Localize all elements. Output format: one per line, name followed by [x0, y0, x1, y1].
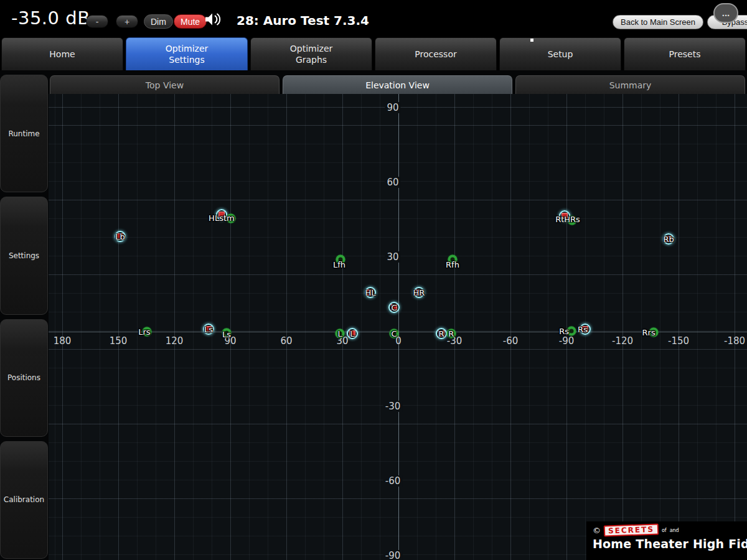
measured-position-icon	[582, 326, 588, 332]
measured-position-icon	[665, 236, 672, 242]
copyright-symbol: ©	[593, 526, 601, 535]
speaker-marker-rfh[interactable]	[448, 255, 458, 264]
speaker-marker-lrs[interactable]	[142, 327, 151, 337]
mute-button[interactable]: Mute	[174, 14, 207, 29]
x-tick-label: 150	[110, 335, 128, 347]
speaker-marker-green[interactable]	[226, 214, 235, 223]
speaker-marker-c[interactable]	[390, 329, 399, 338]
back-to-main-screen-button[interactable]: Back to Main Screen	[613, 15, 703, 29]
volume-up-button[interactable]: +	[116, 15, 138, 28]
tab-processor[interactable]: Processor	[375, 37, 497, 70]
speaker-marker-ls[interactable]	[203, 324, 214, 335]
left-sidebar: Runtime Settings Positions Calibration	[0, 75, 48, 559]
measured-position-icon	[218, 212, 225, 218]
main-tab-bar: Home Optimizer Settings Optimizer Graphs…	[0, 37, 747, 70]
sidebar-item-settings[interactable]: Settings	[0, 197, 48, 314]
speaker-marker-hl[interactable]	[365, 287, 376, 298]
speaker-marker-green[interactable]	[568, 216, 577, 225]
x-tick-label: -180	[724, 335, 745, 347]
tab-top-view[interactable]: Top View	[50, 75, 280, 94]
speaker-marker-r[interactable]	[436, 328, 447, 339]
speaker-marker-hr[interactable]	[413, 287, 425, 298]
x-tick-label: -150	[668, 335, 689, 347]
measured-position-icon	[205, 326, 212, 332]
y-tick-label: -60	[383, 475, 403, 487]
azimuth-zero-axis	[398, 94, 399, 560]
secrets-logo: © SECRETS of and Home Theater High Fidel…	[586, 521, 747, 560]
tab-presets[interactable]: Presets	[624, 37, 746, 70]
y-tick-label: -30	[383, 401, 403, 412]
speaker-marker-lb[interactable]	[115, 231, 126, 242]
preset-title: 28: Auro Test 7.3.4	[237, 13, 369, 28]
speaker-volume-icon	[204, 12, 222, 29]
tab-home[interactable]: Home	[1, 37, 123, 70]
tab-optimizer-graphs[interactable]: Optimizer Graphs	[250, 37, 372, 70]
speaker-marker-rrs[interactable]	[649, 328, 659, 337]
tab-setup[interactable]: Setup	[499, 37, 621, 70]
mouse-cursor	[530, 39, 533, 42]
x-tick-label: 60	[280, 335, 292, 347]
measured-position-icon	[349, 330, 355, 337]
tab-summary[interactable]: Summary	[515, 75, 745, 94]
elevation-plot[interactable]: 1801501209060300-30-60-90-120-150-180906…	[49, 94, 747, 560]
sidebar-item-positions[interactable]: Positions	[0, 319, 48, 437]
y-tick-label: 60	[385, 177, 400, 188]
measured-position-icon	[416, 289, 422, 296]
logo-word-and: and	[670, 528, 679, 533]
tab-elevation-view[interactable]: Elevation View	[283, 75, 512, 94]
speaker-marker-c[interactable]	[388, 302, 400, 313]
speaker-marker-rs[interactable]	[567, 327, 576, 336]
speaker-marker-rb[interactable]	[663, 233, 674, 245]
x-tick-label: 120	[166, 335, 184, 347]
measured-position-icon	[561, 213, 568, 219]
tab-optimizer-settings[interactable]: Optimizer Settings	[126, 37, 248, 70]
x-tick-label: 180	[54, 335, 72, 347]
dim-button[interactable]: Dim	[144, 14, 173, 29]
measured-position-icon	[367, 289, 374, 296]
logo-title: Home Theater High Fidelity®	[593, 537, 742, 551]
measured-position-icon	[438, 330, 444, 337]
x-tick-label: -90	[559, 335, 575, 347]
measured-position-icon	[117, 233, 123, 240]
x-tick-label: -60	[503, 335, 519, 347]
y-tick-label: 90	[385, 102, 400, 113]
speaker-marker-lfh[interactable]	[336, 255, 345, 264]
secrets-stamp: SECRETS	[604, 523, 659, 536]
y-tick-label: -90	[383, 550, 403, 560]
more-options-button[interactable]: ...	[713, 3, 738, 23]
speaker-marker-l[interactable]	[347, 328, 358, 339]
y-tick-label: 30	[385, 251, 400, 263]
speaker-marker-rs[interactable]	[580, 324, 591, 335]
speaker-marker-hlstm[interactable]	[216, 209, 227, 220]
sidebar-item-runtime[interactable]: Runtime	[0, 75, 48, 192]
speaker-marker-ls[interactable]	[222, 329, 232, 338]
measured-position-icon	[391, 304, 397, 310]
x-tick-label: -120	[612, 335, 633, 347]
view-tab-bar: Top View Elevation View Summary	[50, 75, 745, 94]
volume-readout: -35.0 dB	[11, 7, 90, 29]
top-bar: -35.0 dB - + Dim Mute 28: Auro Test 7.3.…	[0, 0, 747, 37]
volume-down-button[interactable]: -	[86, 15, 108, 28]
sidebar-item-calibration[interactable]: Calibration	[0, 441, 48, 559]
speaker-marker-l[interactable]	[336, 329, 345, 338]
speaker-marker-r[interactable]	[446, 329, 456, 338]
logo-word-of: of	[662, 528, 667, 533]
